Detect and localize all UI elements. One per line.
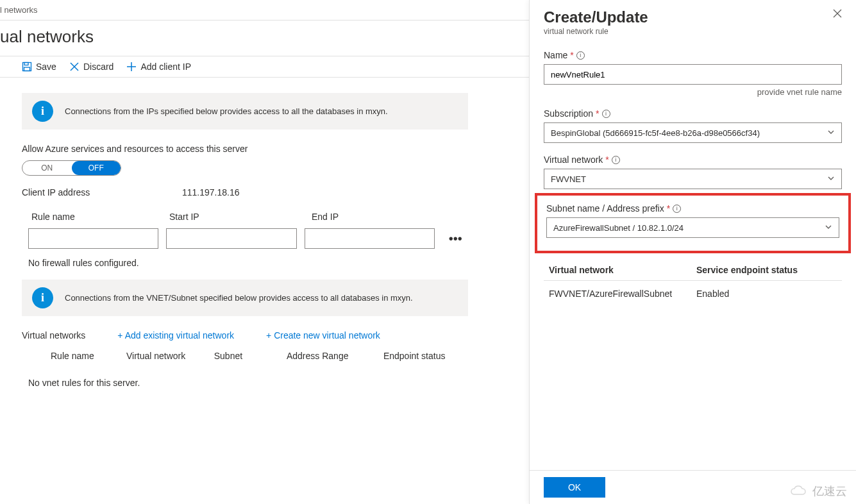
virtual-network-label: Virtual network xyxy=(544,155,603,165)
allow-azure-toggle[interactable]: ON OFF xyxy=(22,160,121,176)
add-existing-vnet-link[interactable]: + Add existing virtual network xyxy=(117,330,234,340)
create-update-blade: Create/Update virtual network rule Name … xyxy=(529,0,856,504)
info-text: Connections from the IPs specified below… xyxy=(65,106,388,116)
subscription-select[interactable]: BespinGlobal (5d666915-fc5f-4ee8-b26a-d9… xyxy=(544,122,842,143)
subnet-highlight-box: Subnet name / Address prefix * i AzureFi… xyxy=(535,193,851,253)
required-icon: * xyxy=(667,203,670,214)
col-start-ip: Start IP xyxy=(169,212,312,226)
subnet-value: AzureFirewallSubnet / 10.82.1.0/24 xyxy=(553,223,684,233)
vnet-col-vnet: Virtual network xyxy=(126,351,214,365)
discard-button[interactable]: Discard xyxy=(69,62,113,72)
blade-subtitle: virtual network rule xyxy=(544,27,648,36)
row-endpoint-status: Enabled xyxy=(696,289,842,299)
info-icon: i xyxy=(32,101,53,122)
vnet-col-addr: Address Range xyxy=(287,351,383,365)
info-icon[interactable]: i xyxy=(673,205,681,213)
subscription-value: BespinGlobal (5d666915-fc5f-4ee8-b26a-d9… xyxy=(551,128,760,138)
info-box-firewall: i Connections from the IPs specified bel… xyxy=(22,93,468,130)
chevron-down-icon xyxy=(827,174,835,184)
virtual-network-select[interactable]: FWVNET xyxy=(544,169,842,189)
vnet-col-rule: Rule name xyxy=(22,351,126,365)
required-icon: * xyxy=(605,155,608,165)
required-icon: * xyxy=(570,50,573,60)
name-helper: provide vnet rule name xyxy=(544,87,842,97)
discard-label: Discard xyxy=(83,62,113,72)
close-icon xyxy=(69,62,80,72)
virtual-network-value: FWVNET xyxy=(551,174,586,184)
info-text-vnet: Connections from the VNET/Subnet specifi… xyxy=(65,293,413,303)
vnet-empty-text: No vnet rules for this server. xyxy=(22,378,468,388)
subnet-label: Subnet name / Address prefix xyxy=(546,203,664,214)
add-client-ip-button[interactable]: Add client IP xyxy=(126,62,191,72)
svg-rect-1 xyxy=(24,63,28,65)
chevron-down-icon xyxy=(825,223,832,233)
firewall-empty-text: No firewall rules configured. xyxy=(22,258,468,268)
endpoint-table-head: Virtual network Service endpoint status xyxy=(544,261,842,281)
allow-azure-label: Allow Azure services and resources to ac… xyxy=(22,144,468,154)
subscription-label: Subscription xyxy=(544,108,593,119)
plus-icon xyxy=(126,62,137,72)
row-virtual-network: FWVNET/AzureFirewallSubnet xyxy=(549,289,696,299)
toggle-on: ON xyxy=(22,161,72,175)
start-ip-input[interactable] xyxy=(166,228,296,249)
th-virtual-network: Virtual network xyxy=(549,265,696,275)
vnet-col-endpoint: Endpoint status xyxy=(383,351,468,365)
col-end-ip: End IP xyxy=(312,212,446,226)
end-ip-input[interactable] xyxy=(305,228,435,249)
info-icon[interactable]: i xyxy=(576,51,585,60)
save-label: Save xyxy=(36,62,56,72)
rule-name-input[interactable] xyxy=(28,228,158,249)
client-ip-label: Client IP address xyxy=(22,187,182,197)
vnet-columns: Rule name Virtual network Subnet Address… xyxy=(22,351,468,365)
info-icon: i xyxy=(32,287,53,308)
close-blade-button[interactable] xyxy=(833,9,842,21)
virtual-networks-label: Virtual networks xyxy=(22,330,85,340)
endpoint-table-row: FWVNET/AzureFirewallSubnet Enabled xyxy=(544,281,842,307)
info-icon[interactable]: i xyxy=(602,110,610,118)
toggle-off: OFF xyxy=(72,161,121,175)
svg-rect-2 xyxy=(24,67,30,71)
col-rule-name: Rule name xyxy=(22,212,169,226)
save-icon xyxy=(22,62,32,72)
info-box-vnet: i Connections from the VNET/Subnet speci… xyxy=(22,280,468,316)
breadcrumb-text: l networks xyxy=(0,5,38,15)
chevron-down-icon xyxy=(827,128,835,138)
info-icon[interactable]: i xyxy=(612,156,620,164)
name-label: Name xyxy=(544,50,567,60)
subnet-select[interactable]: AzureFirewallSubnet / 10.82.1.0/24 xyxy=(546,217,839,238)
create-new-vnet-link[interactable]: + Create new virtual network xyxy=(266,330,380,340)
blade-title: Create/Update xyxy=(544,9,648,26)
save-button[interactable]: Save xyxy=(22,62,56,72)
firewall-columns: Rule name Start IP End IP xyxy=(22,212,468,226)
ok-button[interactable]: OK xyxy=(544,477,605,498)
th-endpoint-status: Service endpoint status xyxy=(696,265,842,275)
more-button[interactable]: ••• xyxy=(442,228,468,249)
required-icon: * xyxy=(596,108,599,119)
add-client-ip-label: Add client IP xyxy=(140,62,191,72)
ellipsis-icon: ••• xyxy=(449,231,462,246)
vnet-col-subnet: Subnet xyxy=(214,351,287,365)
close-icon xyxy=(833,9,842,18)
client-ip-value: 111.197.18.16 xyxy=(182,187,240,197)
name-input[interactable] xyxy=(544,64,842,85)
